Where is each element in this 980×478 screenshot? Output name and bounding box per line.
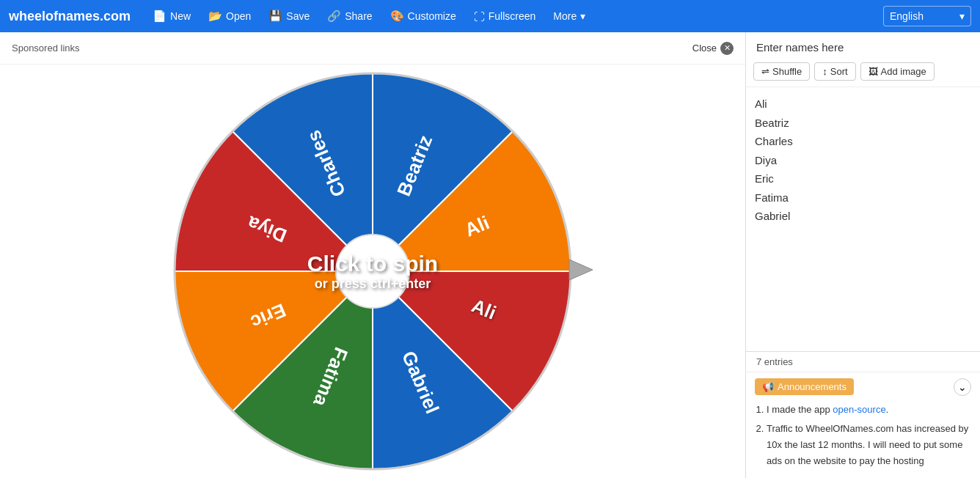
sort-button[interactable]: ↕ Sort [814,62,855,81]
customize-icon: 🎨 [390,10,404,23]
wheel-pointer [566,257,593,286]
open-button[interactable]: 📂 Open [201,5,258,27]
sponsored-bar: Sponsored links Close ✕ [0,32,745,65]
save-button[interactable]: 💾 Save [261,5,317,27]
svg-point-2 [336,235,409,308]
wheel-container[interactable]: Ali Gabriel Fatima Eric Diya Charles Bea… [0,65,745,478]
save-icon: 💾 [268,10,282,23]
sponsored-text: Sponsored links [12,43,80,54]
sidebar-title: Enter names here [746,32,980,59]
language-selector[interactable]: English ▾ [883,6,971,26]
open-source-link[interactable]: open-source [833,404,885,415]
share-button[interactable]: 🔗 Share [320,5,379,27]
add-image-button[interactable]: 🖼 Add image [860,62,935,81]
announcements-badge: 📢 Announcements [755,378,854,395]
header: wheelofnames.com 📄 New 📂 Open 💾 Save 🔗 S… [0,0,980,32]
new-button[interactable]: 📄 New [145,5,198,27]
chevron-down-icon: ▾ [959,10,965,22]
close-icon[interactable]: ✕ [720,42,734,55]
share-icon: 🔗 [327,10,341,23]
wheel-area: Sponsored links Close ✕ [0,32,745,478]
shuffle-button[interactable]: ⇌ Shuffle [753,62,810,81]
sidebar: Enter names here ⇌ Shuffle ↕ Sort 🖼 Add … [745,32,980,478]
shuffle-icon: ⇌ [761,66,769,77]
fullscreen-icon: ⛶ [474,10,485,23]
megaphone-icon: 📢 [762,381,774,392]
image-icon: 🖼 [869,66,878,77]
announcements-panel: 📢 Announcements ⌄ I made the app open-so… [746,372,980,478]
announcements-header: 📢 Announcements ⌄ [755,378,971,396]
main-layout: Sponsored links Close ✕ [0,32,980,478]
sidebar-toolbar: ⇌ Shuffle ↕ Sort 🖼 Add image [746,59,980,87]
new-icon: 📄 [153,10,167,23]
sort-icon: ↕ [822,66,827,77]
customize-button[interactable]: 🎨 Customize [383,5,464,27]
svg-marker-11 [569,260,593,280]
spin-wheel[interactable]: Ali Gabriel Fatima Eric Diya Charles Bea… [167,66,578,477]
announcements-toggle-button[interactable]: ⌄ [954,378,971,396]
open-icon: 📂 [208,10,222,23]
entries-count: 7 entries [746,352,980,372]
more-button[interactable]: More ▾ [546,6,593,26]
announcement-item-1: I made the app open-source. [767,402,971,418]
announcements-list: I made the app open-source. Traffic to W… [755,402,971,469]
chevron-down-icon: ▾ [580,10,585,22]
names-textarea[interactable]: Ali Beatriz Charles Diya Eric Fatima Gab… [746,87,980,352]
fullscreen-button[interactable]: ⛶ Fullscreen [467,6,544,27]
close-label: Close [692,43,717,54]
close-sponsored-button[interactable]: Close ✕ [692,42,734,55]
logo: wheelofnames.com [9,9,131,24]
announcement-item-2: Traffic to WheelOfNames.com has increase… [767,421,971,469]
